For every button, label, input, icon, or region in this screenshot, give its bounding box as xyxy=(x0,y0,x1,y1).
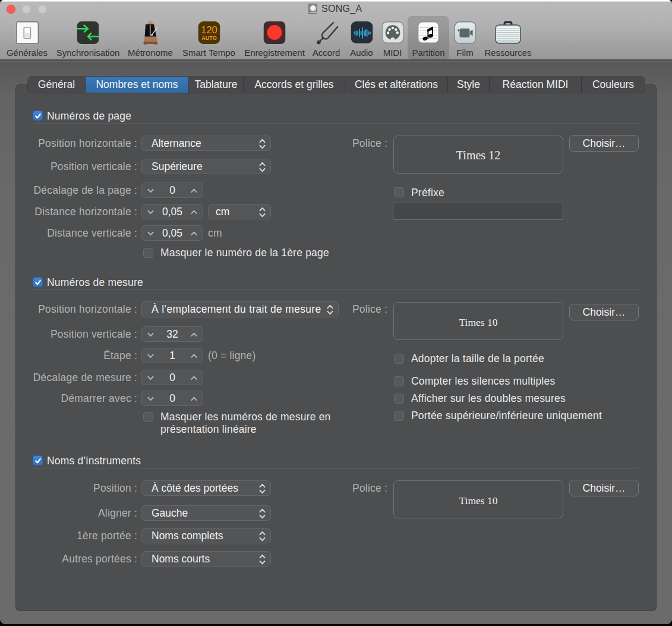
svg-text:AUTO: AUTO xyxy=(201,35,216,41)
svg-text:120: 120 xyxy=(201,24,217,35)
